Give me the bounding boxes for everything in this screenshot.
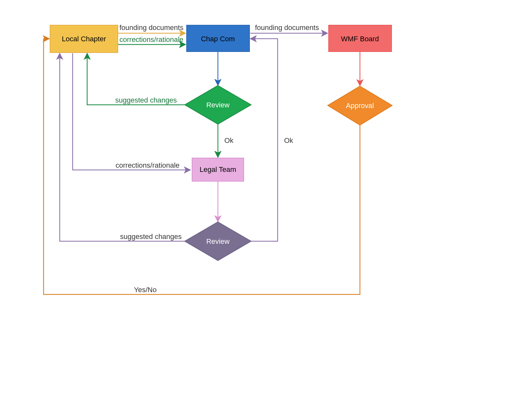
node-label: Review	[206, 237, 230, 245]
node-label: Legal Team	[200, 165, 236, 173]
edge-label: Ok	[284, 136, 293, 144]
edge-review1-legalteam-ok: Ok	[218, 124, 234, 157]
node-local-chapter: Local Chapter	[50, 25, 118, 53]
edge-review2-cc-ok: Ok	[249, 39, 293, 241]
node-label: Approval	[346, 102, 374, 110]
edge-label: suggested changes	[120, 233, 182, 241]
edge-review2-lc-suggested: suggested changes	[60, 53, 187, 241]
node-review-2: Review	[185, 222, 251, 261]
node-label: Local Chapter	[62, 35, 106, 43]
node-wmf-board: WMF Board	[329, 25, 392, 52]
edge-label: suggested changes	[115, 96, 177, 104]
edge-label: Ok	[224, 136, 234, 144]
node-label: WMF Board	[341, 35, 379, 43]
edge-lc-cc-corrections: corrections/rationale	[118, 35, 186, 45]
edge-review1-lc-suggested: suggested changes	[87, 53, 187, 105]
edge-cc-wmf-founding: founding documents	[250, 24, 328, 33]
flowchart-canvas: founding documents corrections/rationale…	[0, 0, 532, 396]
edge-label: corrections/rationale	[119, 35, 183, 44]
node-approval: Approval	[328, 86, 392, 125]
node-chap-com: Chap Com	[187, 25, 250, 52]
edge-lc-legalteam-corrections: corrections/rationale	[73, 53, 190, 170]
node-legal-team: Legal Team	[192, 158, 244, 181]
edge-label: founding documents	[119, 24, 183, 32]
edge-label: Yes/No	[134, 286, 157, 294]
edge-lc-cc-founding: founding documents	[118, 24, 186, 33]
node-review-1: Review	[185, 85, 251, 124]
node-label: Review	[206, 101, 230, 109]
edge-label: founding documents	[255, 24, 319, 32]
node-label: Chap Com	[201, 35, 235, 43]
edge-label: corrections/rationale	[116, 161, 179, 169]
